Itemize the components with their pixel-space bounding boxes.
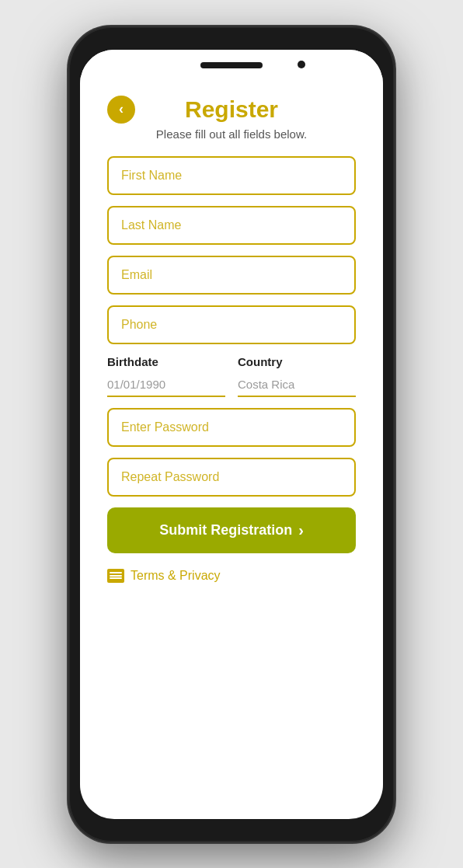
birthdate-country-row: Birthdate 01/01/1990 Country Costa Rica [107,355,356,397]
birthdate-label: Birthdate [107,355,225,368]
subtitle: Please fill out all fields below. [107,127,356,141]
submit-chevron-icon: › [298,521,304,539]
birthdate-value[interactable]: 01/01/1990 [107,373,225,397]
screen-content: ‹ Register Please fill out all fields be… [80,89,383,819]
phone-input[interactable] [107,305,356,344]
password-group [107,408,356,447]
repeat-password-input[interactable] [107,458,356,497]
phone-container: ‹ Register Please fill out all fields be… [0,0,463,868]
phone-screen: ‹ Register Please fill out all fields be… [80,50,383,819]
first-name-input[interactable] [107,156,356,195]
speaker [200,62,263,68]
submit-label: Submit Registration [159,522,292,539]
terms-icon [107,569,124,583]
country-label: Country [238,355,356,368]
notch-bar [80,50,383,89]
terms-privacy-link[interactable]: Terms & Privacy [107,569,356,583]
email-input[interactable] [107,256,356,295]
email-group [107,256,356,295]
phone-frame: ‹ Register Please fill out all fields be… [68,26,395,842]
first-name-group [107,156,356,195]
last-name-input[interactable] [107,206,356,245]
birthdate-col: Birthdate 01/01/1990 [107,355,225,397]
repeat-password-group [107,458,356,497]
header: ‹ Register [107,96,356,123]
back-icon: ‹ [119,101,124,117]
back-button[interactable]: ‹ [107,96,135,124]
country-col: Country Costa Rica [238,355,356,397]
country-value[interactable]: Costa Rica [238,373,356,397]
front-camera [298,61,305,68]
page-title: Register [185,96,278,123]
password-input[interactable] [107,408,356,447]
terms-label: Terms & Privacy [131,569,221,583]
submit-button[interactable]: Submit Registration › [107,507,356,553]
last-name-group [107,206,356,245]
phone-group [107,305,356,344]
